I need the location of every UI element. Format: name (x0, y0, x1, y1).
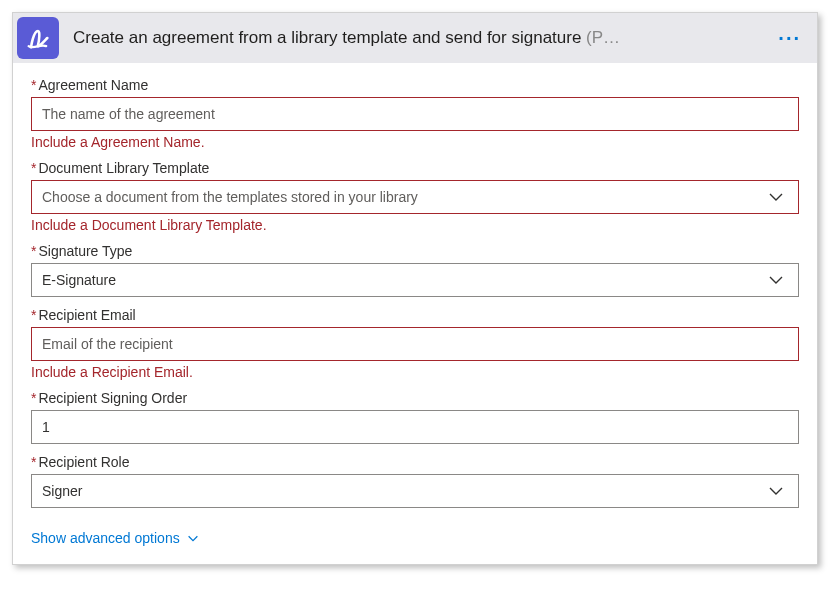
card-header[interactable]: Create an agreement from a library templ… (13, 13, 817, 63)
chevron-down-icon (764, 189, 788, 205)
signature-type-value: E-Signature (42, 272, 764, 288)
recipient-email-label: *Recipient Email (31, 307, 799, 323)
signature-type-select[interactable]: E-Signature (31, 263, 799, 297)
field-agreement-name: *Agreement Name Include a Agreement Name… (31, 77, 799, 150)
signing-order-input-wrapper (31, 410, 799, 444)
recipient-role-label: *Recipient Role (31, 454, 799, 470)
field-recipient-email: *Recipient Email Include a Recipient Ema… (31, 307, 799, 380)
doc-template-label: *Document Library Template (31, 160, 799, 176)
doc-template-error: Include a Document Library Template. (31, 217, 799, 233)
agreement-name-error: Include a Agreement Name. (31, 134, 799, 150)
recipient-role-select[interactable]: Signer (31, 474, 799, 508)
recipient-email-error: Include a Recipient Email. (31, 364, 799, 380)
card-title: Create an agreement from a library templ… (73, 28, 756, 48)
flow-action-card: Create an agreement from a library templ… (12, 12, 818, 565)
signing-order-label: *Recipient Signing Order (31, 390, 799, 406)
chevron-down-icon (186, 531, 200, 545)
field-signature-type: *Signature Type E-Signature (31, 243, 799, 297)
agreement-name-input-wrapper (31, 97, 799, 131)
show-advanced-options-link[interactable]: Show advanced options (31, 530, 200, 546)
card-body: *Agreement Name Include a Agreement Name… (13, 63, 817, 564)
field-signing-order: *Recipient Signing Order (31, 390, 799, 444)
chevron-down-icon (764, 272, 788, 288)
doc-template-placeholder: Choose a document from the templates sto… (42, 189, 764, 205)
adobe-sign-icon (17, 17, 59, 59)
agreement-name-input[interactable] (42, 98, 788, 130)
field-doc-template: *Document Library Template Choose a docu… (31, 160, 799, 233)
field-recipient-role: *Recipient Role Signer (31, 454, 799, 508)
agreement-name-label: *Agreement Name (31, 77, 799, 93)
signing-order-input[interactable] (42, 411, 788, 443)
more-menu-button[interactable]: ··· (770, 27, 809, 50)
recipient-email-input[interactable] (42, 328, 788, 360)
recipient-role-value: Signer (42, 483, 764, 499)
recipient-email-input-wrapper (31, 327, 799, 361)
signature-type-label: *Signature Type (31, 243, 799, 259)
chevron-down-icon (764, 483, 788, 499)
doc-template-select[interactable]: Choose a document from the templates sto… (31, 180, 799, 214)
